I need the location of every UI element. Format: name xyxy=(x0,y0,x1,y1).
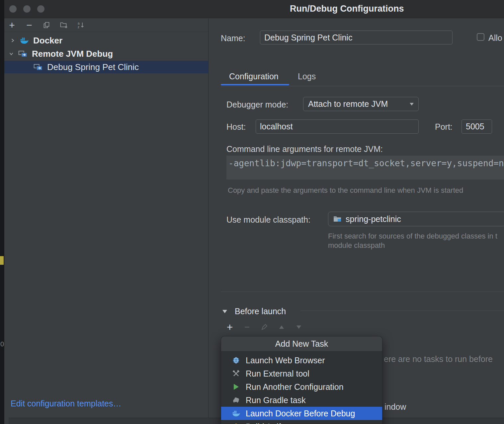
remote-debug-icon xyxy=(18,49,28,58)
command-line-arguments-field[interactable]: -agentlib:jdwp=transport=dt_socket,serve… xyxy=(226,156,504,179)
pencil-icon xyxy=(261,324,268,330)
menu-item-label: Run Another Configuration xyxy=(246,382,344,392)
popup-title: Add New Task xyxy=(221,336,382,351)
remote-debug-icon xyxy=(33,63,43,71)
add-task-button[interactable]: + xyxy=(226,322,234,332)
sort-alphabetically-icon: az xyxy=(77,22,85,29)
module-classpath-dropdown[interactable]: spring-petclinic xyxy=(328,212,504,226)
menu-item-run-another-configuration[interactable]: Run Another Configuration xyxy=(221,380,382,393)
dialog-titlebar: Run/Debug Configurations xyxy=(4,0,504,18)
classpath-hint-line1: First search for sources of the debugged… xyxy=(328,232,497,241)
menu-item-run-gradle-task[interactable]: Run Gradle task xyxy=(221,393,382,407)
menu-item-label: Launch Docker Before Debug xyxy=(246,409,355,418)
before-launch-divider xyxy=(300,311,504,311)
svg-text:z: z xyxy=(78,25,79,29)
external-tool-icon xyxy=(232,370,240,378)
sort-configurations-button[interactable]: az xyxy=(77,21,85,30)
window-controls xyxy=(9,5,44,13)
menu-item-label: Launch Web Browser xyxy=(246,356,325,365)
chevron-right-icon[interactable] xyxy=(10,38,15,43)
module-classpath-value: spring-petclinic xyxy=(346,214,401,224)
debugger-mode-value: Attach to remote JVM xyxy=(308,99,388,109)
web-browser-icon xyxy=(232,356,240,364)
port-label: Port: xyxy=(435,122,453,132)
configurations-sidebar: + − az Docker xyxy=(4,19,209,424)
command-line-arguments-label: Command line arguments for remote JVM: xyxy=(226,144,383,154)
add-configuration-button[interactable]: + xyxy=(8,21,16,30)
name-input[interactable] xyxy=(260,31,453,44)
tree-group-label: Remote JVM Debug xyxy=(32,49,113,59)
tree-item-debug-spring-pet-clinic[interactable]: Debug Spring Pet Clinic xyxy=(4,61,209,73)
debugger-mode-label: Debugger mode: xyxy=(226,100,288,109)
command-line-hint: Copy and paste the arguments to the comm… xyxy=(228,186,463,195)
remove-configuration-button[interactable]: − xyxy=(25,21,33,30)
move-task-down-button[interactable] xyxy=(295,322,303,332)
tab-logs[interactable]: Logs xyxy=(298,72,316,81)
no-tasks-text-fragment: ere are no tasks to run before xyxy=(384,354,493,364)
module-folder-icon xyxy=(333,215,342,223)
dialog-title: Run/Debug Configurations xyxy=(290,4,404,14)
tabs-divider xyxy=(221,86,504,86)
tree-item-label: Debug Spring Pet Clinic xyxy=(47,62,139,72)
host-input[interactable] xyxy=(256,119,419,134)
menu-item-launch-docker-before-debug[interactable]: Launch Docker Before Debug xyxy=(221,407,382,420)
section-divider xyxy=(221,292,504,292)
allow-parallel-run-checkbox[interactable] xyxy=(477,33,484,41)
gradle-icon xyxy=(232,396,240,404)
chevron-down-icon xyxy=(410,103,414,106)
docker-icon xyxy=(232,410,240,417)
add-folder-icon xyxy=(60,21,68,29)
move-task-up-button[interactable] xyxy=(278,322,286,332)
menu-item-label: Run Gradle task xyxy=(246,395,306,405)
chevron-down-icon[interactable] xyxy=(9,51,14,56)
menu-item-build-artifacts[interactable]: Build Artifacts… xyxy=(221,420,382,424)
use-module-classpath-label: Use module classpath: xyxy=(226,215,310,225)
triangle-down-icon xyxy=(296,325,301,329)
before-launch-toolbar: + − xyxy=(226,322,303,332)
copy-configuration-button[interactable] xyxy=(42,21,50,30)
name-label: Name: xyxy=(221,34,245,43)
tool-window-label-fragment: indow xyxy=(384,402,406,412)
edit-configuration-templates-link[interactable]: Edit configuration templates… xyxy=(11,399,122,408)
create-folder-button[interactable] xyxy=(60,21,68,30)
popup-item-list: Launch Web Browser Run External tool Run… xyxy=(221,351,382,424)
classpath-hint-line2: module classpath xyxy=(328,241,385,250)
menu-item-launch-web-browser[interactable]: Launch Web Browser xyxy=(221,354,382,367)
copy-icon xyxy=(43,22,50,29)
before-launch-collapse-toggle[interactable] xyxy=(222,309,227,315)
close-window-button[interactable] xyxy=(9,5,17,13)
line-number-fragment: 0 xyxy=(0,340,4,348)
allow-parallel-run-label: Allo xyxy=(488,33,502,43)
debugger-mode-dropdown[interactable]: Attach to remote JVM xyxy=(303,97,419,111)
host-label: Host: xyxy=(226,122,246,132)
editor-highlight-fragment xyxy=(0,256,4,265)
before-launch-title: Before launch xyxy=(235,307,286,316)
docker-icon xyxy=(19,36,29,44)
zoom-window-button[interactable] xyxy=(37,5,44,13)
remove-task-button[interactable]: − xyxy=(243,322,251,332)
minimize-window-button[interactable] xyxy=(23,5,31,13)
sidebar-toolbar: + − az xyxy=(4,19,209,32)
tree-group-docker[interactable]: Docker xyxy=(4,34,209,47)
run-configuration-icon xyxy=(232,383,240,391)
tree-group-label: Docker xyxy=(33,35,62,46)
svg-text:a: a xyxy=(78,22,80,25)
tree-group-remote-jvm-debug[interactable]: Remote JVM Debug xyxy=(4,47,209,60)
triangle-down-icon xyxy=(222,310,227,313)
menu-item-label: Build Artifacts… xyxy=(246,422,304,424)
active-tab-indicator xyxy=(221,84,289,85)
background-window-strip: 0 xyxy=(0,0,4,424)
triangle-up-icon xyxy=(279,325,284,329)
menu-item-run-external-tool[interactable]: Run External tool xyxy=(221,367,382,380)
menu-item-label: Run External tool xyxy=(246,369,309,379)
add-new-task-popup: Add New Task Launch Web Browser Run Exte… xyxy=(221,336,382,424)
port-input[interactable] xyxy=(462,119,492,134)
screen: 0 Run/Debug Configurations + − xyxy=(0,0,504,424)
tab-configuration[interactable]: Configuration xyxy=(229,72,279,81)
edit-task-button[interactable] xyxy=(260,322,268,332)
